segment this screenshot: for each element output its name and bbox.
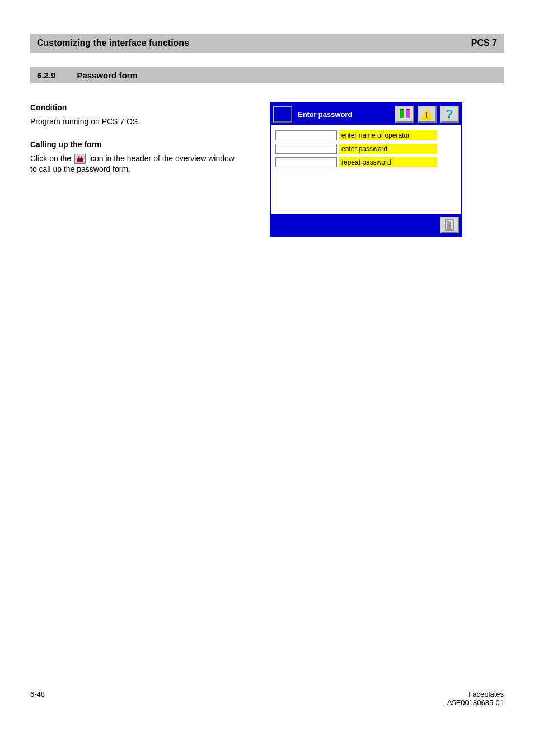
form-titlebar: Enter password ?: [271, 104, 461, 125]
svg-marker-1: [447, 220, 451, 230]
section-title: Password form: [77, 71, 137, 80]
form-footer: [271, 214, 461, 236]
condition-heading: Condition: [30, 102, 243, 113]
section-number: 6.2.9: [37, 71, 55, 80]
header-right: PCS 7: [471, 38, 497, 48]
lock-icon: [74, 154, 86, 164]
form-body: enter name of operator enter password re…: [271, 125, 461, 214]
header-left: Customizing the interface functions: [37, 38, 189, 48]
help-icon[interactable]: ?: [440, 106, 459, 123]
page-number: 6-48: [30, 690, 45, 707]
calling-heading: Calling up the form: [30, 139, 243, 150]
form-title: Enter password: [296, 110, 392, 119]
page-footer: 6-48 Faceplates A5E00180685-01: [30, 690, 504, 707]
section-heading: 6.2.9 Password form: [30, 67, 504, 83]
operator-name-row: enter name of operator: [275, 130, 457, 140]
repeat-password-label: repeat password: [339, 157, 437, 167]
exit-icon[interactable]: [440, 217, 459, 233]
calling-pre: Click on the: [30, 154, 73, 163]
password-input[interactable]: [275, 144, 337, 154]
library-icon[interactable]: [395, 106, 414, 123]
footer-right: Faceplates A5E00180685-01: [447, 690, 504, 707]
body-text-column: Condition Program running on PCS 7 OS. C…: [30, 102, 243, 237]
repeat-password-input[interactable]: [275, 157, 337, 167]
operator-name-input[interactable]: [275, 130, 337, 140]
password-form-panel: Enter password ? enter name of operator: [270, 102, 462, 237]
svg-point-2: [449, 225, 451, 226]
repeat-password-row: repeat password: [275, 157, 457, 167]
password-label: enter password: [339, 144, 437, 154]
page-header: Customizing the interface functions PCS …: [30, 34, 504, 53]
condition-body: Program running on PCS 7 OS.: [30, 116, 243, 127]
calling-body: Click on the icon in the header of the o…: [30, 153, 243, 175]
operator-name-label: enter name of operator: [339, 130, 437, 140]
password-row: enter password: [275, 144, 457, 154]
warning-icon[interactable]: [418, 106, 437, 123]
form-icon: [273, 106, 292, 123]
